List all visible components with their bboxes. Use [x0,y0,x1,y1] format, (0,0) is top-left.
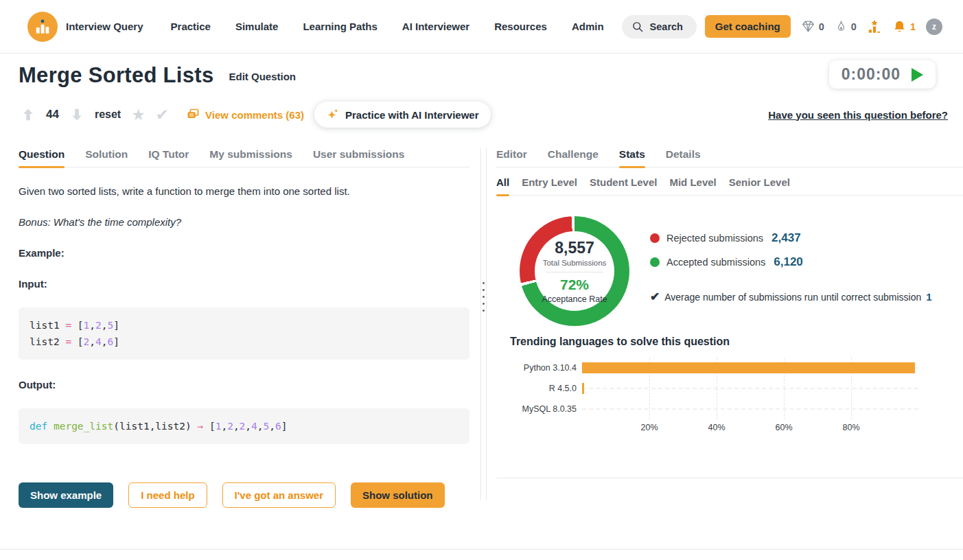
streak-counter: 0 [835,19,857,34]
example-label: Example: [19,247,469,259]
submissions-stats: 8,557 Total Submissions 72% Acceptance R… [496,216,963,326]
category-label-r: R 4.5.0 [510,378,582,399]
code-token: 6 [108,336,114,347]
code-token: 2 [227,421,233,432]
show-solution-button[interactable]: Show solution [351,482,445,508]
donut-divider [546,272,603,272]
diamond-counter: 0 [801,19,824,34]
notifications[interactable]: 1 [892,19,916,34]
search-input[interactable]: Search [622,15,697,38]
streak-count: 0 [851,21,857,32]
subtab-senior-level[interactable]: Senior Level [729,176,790,195]
got-answer-button[interactable]: I've got an answer [222,482,336,508]
timer-card: 0:00:00 [829,60,936,89]
question-buttons-row: Show example I need help I've got an ans… [19,482,469,508]
footer-divider [0,549,963,550]
mark-complete-check-icon[interactable]: ✔ [156,107,169,123]
get-coaching-button[interactable]: Get coaching [705,15,791,38]
code-token: list2 [30,336,65,347]
average-submissions-value: 1 [926,291,931,303]
nav-item-practice[interactable]: Practice [171,21,211,32]
input-code-block: list1 = [1,2,5] list2 = [2,4,6] [19,307,469,360]
rejected-label: Rejected submissions [666,233,763,244]
notification-count: 1 [910,21,916,32]
code-token: list1 [30,320,65,331]
question-title-row: Merge Sorted Lists Edit Question 0:00:00 [0,54,963,91]
panel-resize-handle[interactable] [480,148,487,500]
output-code-block: def merge_list(list1,list2) → [1,2,2,4,5… [19,408,469,444]
practice-ai-interviewer-button[interactable]: Practice with AI Interviewer [314,102,491,128]
submissions-donut-chart: 8,557 Total Submissions 72% Acceptance R… [520,216,629,326]
code-token: → [197,421,203,432]
tab-details[interactable]: Details [666,148,701,167]
tab-my-submissions[interactable]: My submissions [209,148,292,167]
chart-plot-area [582,358,918,419]
x-tick-60: 60% [775,423,792,432]
code-token: merge_list [54,421,113,432]
accepted-value: 6,120 [774,255,803,269]
average-submissions-text: Average number of submissions run until … [664,292,921,303]
rejected-dot-icon [650,233,660,243]
search-icon [631,21,644,33]
question-description: Given two sorted lists, write a function… [19,185,469,197]
subtab-entry-level[interactable]: Entry Level [522,176,577,195]
total-submissions-value: 8,557 [555,239,594,257]
show-example-button[interactable]: Show example [19,482,113,508]
code-token [47,421,54,432]
accepted-label: Accepted submissions [666,257,765,268]
page: Interview Query Practice Simulate Learni… [0,0,963,560]
tab-solution[interactable]: Solution [85,148,128,167]
nav-item-ai-interviewer[interactable]: AI Interviewer [402,21,469,32]
tab-stats[interactable]: Stats [619,148,645,167]
comments-icon [186,108,200,121]
timer-play-button[interactable] [912,68,923,82]
view-comments-link[interactable]: View comments (63) [186,108,304,121]
upvote-icon[interactable] [21,107,36,122]
practice-ai-label: Practice with AI Interviewer [345,109,479,121]
subtab-all[interactable]: All [496,176,509,195]
code-line: list1 = [1,2,5] [30,317,459,334]
code-token: = [65,320,71,331]
drag-handle-dot [483,310,485,312]
code-line: list2 = [2,4,6] [30,334,459,350]
code-token: [ [71,336,83,347]
question-bonus: Bonus: What's the time complexity? [19,216,469,228]
upvote-count: 44 [46,108,59,121]
acceptance-rate-label: Acceptance Rate [542,294,607,304]
avatar[interactable]: z [926,19,942,35]
downvote-icon[interactable] [69,107,84,122]
subtab-student-level[interactable]: Student Level [590,176,657,195]
code-token: 5 [264,421,270,432]
output-label: Output: [19,379,469,390]
nav-item-admin[interactable]: Admin [572,21,604,32]
leaderboard-icon[interactable] [867,19,882,35]
trending-languages-title: Trending languages to solve this questio… [496,336,963,348]
code-token: 5 [108,320,114,331]
tab-editor[interactable]: Editor [496,148,527,167]
nav-item-resources[interactable]: Resources [494,21,547,32]
tab-user-submissions[interactable]: User submissions [313,148,405,167]
code-token: , [89,336,95,347]
trending-languages-chart: Python 3.10.4 R 4.5.0 MySQL 8.0.35 [496,358,963,436]
donut-center: 8,557 Total Submissions 72% Acceptance R… [535,231,614,311]
code-token: (list1,list2) [113,421,197,432]
edit-question-link[interactable]: Edit Question [229,71,296,82]
flame-icon [835,19,848,34]
tab-iq-tutor[interactable]: IQ Tutor [148,148,189,167]
tab-challenge[interactable]: Challenge [548,148,599,167]
need-help-button[interactable]: I need help [128,482,207,508]
seen-before-link[interactable]: Have you seen this question before? [768,109,948,121]
code-token: 4 [95,336,102,347]
code-token: , [257,421,264,432]
check-icon: ✔ [650,290,660,304]
tab-question[interactable]: Question [19,148,65,167]
subtab-mid-level[interactable]: Mid Level [669,176,716,195]
brand-name[interactable]: Interview Query [66,21,143,32]
nav-item-learning-paths[interactable]: Learning Paths [303,21,377,32]
reset-vote-link[interactable]: reset [95,108,121,121]
code-token: [ [71,320,83,331]
favorite-star-icon[interactable]: ★ [131,107,146,123]
nav-item-simulate[interactable]: Simulate [235,21,279,32]
interview-query-logo[interactable] [27,12,58,42]
legend-accepted: Accepted submissions 6,120 [650,255,932,269]
